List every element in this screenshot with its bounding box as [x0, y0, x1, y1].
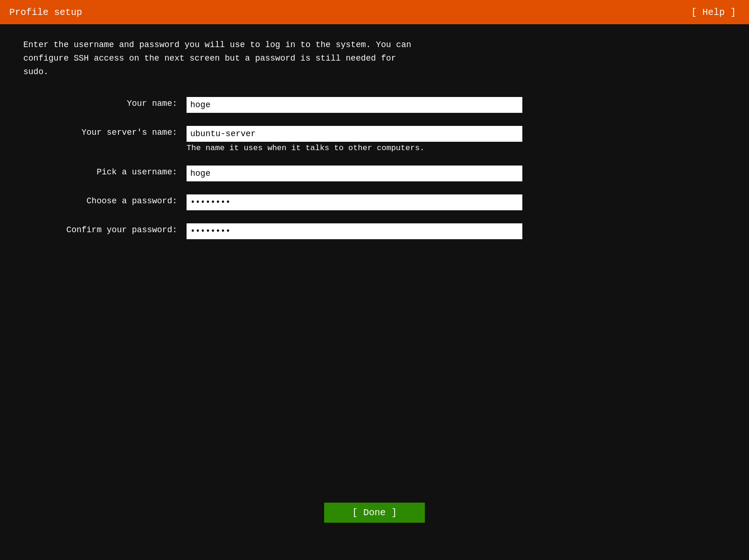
server-name-hint: The name it uses when it talks to other …: [187, 144, 522, 152]
done-button[interactable]: [ Done ]: [324, 503, 425, 523]
description-line1: Enter the username and password you will…: [23, 40, 411, 49]
password-label: Choose a password:: [23, 194, 187, 206]
username-input-area: [187, 166, 522, 181]
confirm-password-row: Confirm your password:: [23, 223, 726, 239]
server-name-input-area: The name it uses when it talks to other …: [187, 126, 522, 152]
username-row: Pick a username:: [23, 166, 726, 181]
your-name-input-area: [187, 97, 522, 113]
your-name-row: Your name:: [23, 97, 726, 113]
server-name-label: Your server's name:: [23, 126, 187, 137]
content-area: Enter the username and password you will…: [0, 24, 749, 560]
password-input[interactable]: [187, 194, 522, 210]
description: Enter the username and password you will…: [23, 38, 490, 78]
confirm-password-label: Confirm your password:: [23, 223, 187, 235]
help-button[interactable]: [ Help ]: [687, 6, 740, 19]
password-input-area: [187, 194, 522, 210]
username-input[interactable]: [187, 166, 522, 181]
description-line2: configure SSH access on the next screen …: [23, 54, 396, 63]
confirm-password-input[interactable]: [187, 223, 522, 239]
your-name-label: Your name:: [23, 97, 187, 108]
form-area: Your name: Your server's name: The name …: [23, 97, 726, 239]
title-bar: Profile setup [ Help ]: [0, 0, 749, 24]
server-name-row: Your server's name: The name it uses whe…: [23, 126, 726, 152]
confirm-password-input-area: [187, 223, 522, 239]
screen: Profile setup [ Help ] Enter the usernam…: [0, 0, 749, 560]
your-name-input[interactable]: [187, 97, 522, 113]
server-name-input[interactable]: [187, 126, 522, 142]
page-title: Profile setup: [9, 7, 82, 18]
bottom-bar: [ Done ]: [23, 489, 726, 537]
username-label: Pick a username:: [23, 166, 187, 177]
password-row: Choose a password:: [23, 194, 726, 210]
description-line3: sudo.: [23, 67, 49, 76]
